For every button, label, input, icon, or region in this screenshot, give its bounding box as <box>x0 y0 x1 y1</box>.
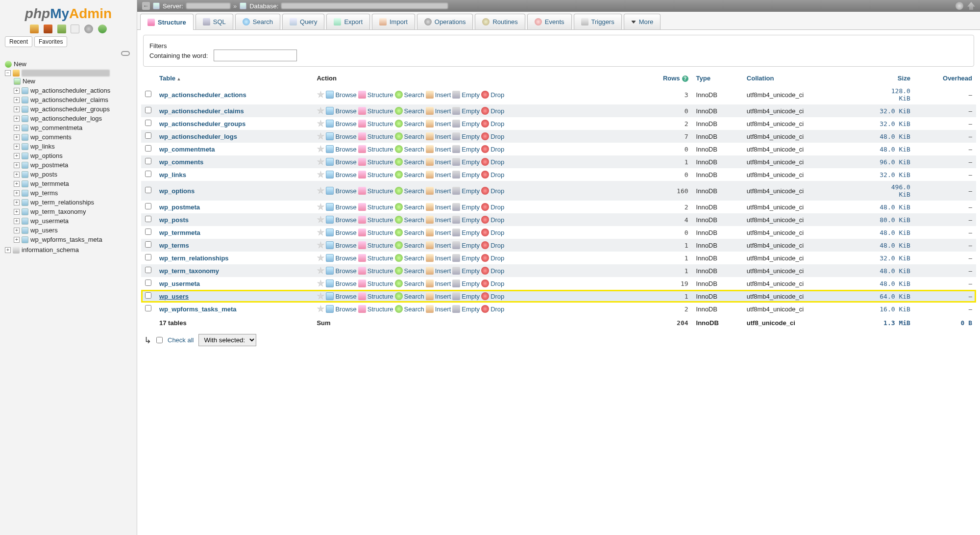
empty-link[interactable]: Empty <box>462 204 480 211</box>
insert-link[interactable]: Insert <box>435 158 451 166</box>
row-checkbox[interactable] <box>145 229 151 235</box>
filter-input[interactable] <box>214 50 297 61</box>
row-checkbox[interactable] <box>145 241 151 248</box>
table-name-link[interactable]: wp_actionscheduler_groups <box>159 120 245 127</box>
drop-link[interactable]: Drop <box>490 120 504 127</box>
empty-link[interactable]: Empty <box>462 267 480 275</box>
nav-back-icon[interactable]: ← <box>142 2 150 10</box>
breadcrumb-database[interactable]: Database: <box>249 2 278 10</box>
drop-link[interactable]: Drop <box>490 216 504 224</box>
favorite-icon[interactable] <box>317 120 324 127</box>
recent-tab[interactable]: Recent <box>5 36 32 47</box>
favorite-icon[interactable] <box>317 254 324 262</box>
expand-icon[interactable]: + <box>14 172 20 178</box>
tree-new-table[interactable]: New <box>14 76 135 86</box>
empty-link[interactable]: Empty <box>462 133 480 140</box>
drop-link[interactable]: Drop <box>490 133 504 140</box>
tree-table[interactable]: +wp_postmeta <box>14 160 135 170</box>
collapse-top-icon[interactable] <box>967 2 975 10</box>
col-table[interactable]: Table <box>155 72 313 85</box>
expand-icon[interactable]: + <box>14 237 20 243</box>
table-name-link[interactable]: wp_actionscheduler_logs <box>159 133 237 140</box>
expand-icon[interactable]: + <box>14 218 20 224</box>
browse-link[interactable]: Browse <box>335 242 356 249</box>
tree-table[interactable]: +wp_actionscheduler_logs <box>14 114 135 123</box>
tree-table[interactable]: +wp_users <box>14 226 135 235</box>
row-checkbox[interactable] <box>145 280 151 286</box>
empty-link[interactable]: Empty <box>462 146 480 153</box>
tree-table[interactable]: +wp_actionscheduler_groups <box>14 104 135 114</box>
search-link[interactable]: Search <box>404 107 424 115</box>
expand-icon[interactable]: + <box>14 153 20 159</box>
row-checkbox[interactable] <box>145 203 151 209</box>
search-link[interactable]: Search <box>404 267 424 275</box>
empty-link[interactable]: Empty <box>462 306 480 313</box>
expand-icon[interactable]: + <box>14 144 20 150</box>
browse-link[interactable]: Browse <box>335 306 356 313</box>
docs-icon[interactable] <box>71 25 79 33</box>
tree-table[interactable]: +wp_term_taxonomy <box>14 207 135 216</box>
structure-link[interactable]: Structure <box>368 204 393 211</box>
search-link[interactable]: Search <box>404 146 424 153</box>
tree-table[interactable]: +wp_terms <box>14 188 135 198</box>
expand-icon[interactable]: + <box>14 200 20 205</box>
expand-icon[interactable]: + <box>14 190 20 196</box>
table-name-link[interactable]: wp_actionscheduler_claims <box>159 107 244 115</box>
tree-db-current[interactable]: − <box>5 70 135 76</box>
row-checkbox[interactable] <box>145 254 151 260</box>
drop-link[interactable]: Drop <box>490 204 504 211</box>
structure-link[interactable]: Structure <box>368 146 393 153</box>
drop-link[interactable]: Drop <box>490 171 504 178</box>
empty-link[interactable]: Empty <box>462 229 480 236</box>
structure-link[interactable]: Structure <box>368 107 393 115</box>
row-checkbox[interactable] <box>145 107 151 113</box>
search-link[interactable]: Search <box>404 91 424 99</box>
row-checkbox[interactable] <box>145 305 151 311</box>
row-checkbox[interactable] <box>145 187 151 193</box>
col-rows[interactable]: Rows? <box>637 72 692 85</box>
breadcrumb-server[interactable]: Server: <box>163 2 183 10</box>
insert-link[interactable]: Insert <box>435 204 451 211</box>
tree-table[interactable]: +wp_comments <box>14 132 135 142</box>
favorite-icon[interactable] <box>317 280 324 287</box>
browse-link[interactable]: Browse <box>335 255 356 262</box>
expand-icon[interactable]: + <box>14 228 20 233</box>
drop-link[interactable]: Drop <box>490 158 504 166</box>
drop-link[interactable]: Drop <box>490 187 504 195</box>
insert-link[interactable]: Insert <box>435 216 451 224</box>
tab-triggers[interactable]: Triggers <box>574 14 622 29</box>
empty-link[interactable]: Empty <box>462 158 480 166</box>
search-link[interactable]: Search <box>404 120 424 127</box>
tree-db-info-schema[interactable]: + information_schema <box>5 245 135 255</box>
table-name-link[interactable]: wp_term_relationships <box>159 255 229 262</box>
table-name-link[interactable]: wp_comments <box>159 158 203 166</box>
table-name-link[interactable]: wp_terms <box>159 242 189 249</box>
tab-events[interactable]: Events <box>527 14 572 29</box>
table-name-link[interactable]: wp_term_taxonomy <box>159 267 219 275</box>
search-link[interactable]: Search <box>404 229 424 236</box>
structure-link[interactable]: Structure <box>368 280 393 287</box>
tree-table[interactable]: +wp_posts <box>14 170 135 179</box>
search-link[interactable]: Search <box>404 204 424 211</box>
empty-link[interactable]: Empty <box>462 216 480 224</box>
tree-table[interactable]: +wp_commentmeta <box>14 123 135 132</box>
check-all-label[interactable]: Check all <box>168 336 194 344</box>
expand-icon[interactable]: + <box>14 134 20 140</box>
empty-link[interactable]: Empty <box>462 171 480 178</box>
structure-link[interactable]: Structure <box>368 242 393 249</box>
favorite-icon[interactable] <box>317 292 324 300</box>
table-name-link[interactable]: wp_options <box>159 187 195 195</box>
tab-search[interactable]: Search <box>235 14 280 29</box>
browse-link[interactable]: Browse <box>335 158 356 166</box>
structure-link[interactable]: Structure <box>368 187 393 195</box>
favorite-icon[interactable] <box>317 216 324 224</box>
search-link[interactable]: Search <box>404 216 424 224</box>
insert-link[interactable]: Insert <box>435 255 451 262</box>
tree-table[interactable]: +wp_term_relationships <box>14 198 135 207</box>
browse-link[interactable]: Browse <box>335 280 356 287</box>
drop-link[interactable]: Drop <box>490 146 504 153</box>
col-size[interactable]: Size <box>850 72 914 85</box>
tab-operations[interactable]: Operations <box>417 14 473 29</box>
insert-link[interactable]: Insert <box>435 280 451 287</box>
drop-link[interactable]: Drop <box>490 267 504 275</box>
